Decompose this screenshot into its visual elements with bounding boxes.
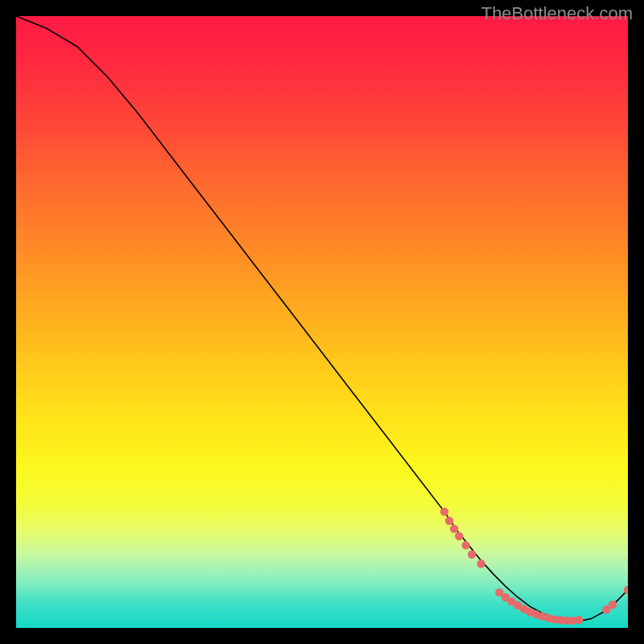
data-point	[450, 525, 458, 533]
data-point	[445, 517, 453, 525]
data-point	[440, 507, 448, 515]
data-point	[514, 601, 522, 609]
chart-svg	[16, 16, 628, 628]
data-point	[538, 612, 546, 620]
curve-line	[16, 16, 628, 621]
watermark-text: TheBottleneck.com	[481, 3, 633, 24]
data-point	[556, 616, 564, 624]
data-point	[551, 615, 559, 623]
data-point	[526, 608, 534, 616]
data-point	[602, 605, 610, 613]
data-point	[624, 586, 628, 594]
data-point	[520, 605, 528, 613]
data-point	[544, 614, 552, 622]
data-point	[507, 597, 515, 605]
data-point	[575, 616, 583, 624]
data-point	[532, 610, 540, 618]
chart-plot-area	[16, 16, 628, 628]
data-point	[477, 559, 485, 568]
data-points-group	[440, 507, 628, 625]
data-point	[609, 601, 617, 609]
data-point	[563, 617, 571, 625]
data-point	[455, 532, 463, 540]
data-point	[502, 593, 510, 601]
data-point	[461, 541, 469, 549]
data-point	[495, 588, 503, 597]
data-point	[568, 617, 576, 625]
data-point	[468, 551, 476, 559]
